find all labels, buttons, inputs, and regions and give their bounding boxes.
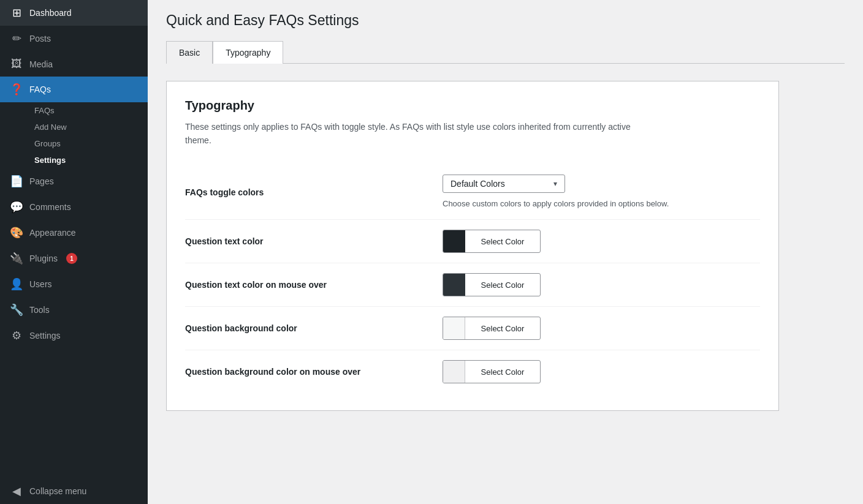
row-question-bg-color: Question background color Select Color bbox=[185, 307, 760, 350]
sidebar-item-pages[interactable]: 📄 Pages bbox=[0, 168, 148, 194]
sidebar-item-media[interactable]: 🖼 Media bbox=[0, 51, 148, 77]
sidebar-item-label: Pages bbox=[29, 176, 54, 186]
sidebar-item-label: Collapse menu bbox=[29, 486, 86, 496]
settings-icon: ⚙ bbox=[10, 329, 23, 342]
label-question-bg-hover-color: Question background color on mouse over bbox=[185, 367, 418, 377]
sidebar-item-label: Appearance bbox=[29, 228, 76, 238]
chevron-down-icon: ▾ bbox=[553, 179, 557, 188]
section-description: These settings only applies to FAQs with… bbox=[185, 120, 651, 148]
faqs-submenu: FAQs Add New Groups Settings bbox=[0, 102, 148, 168]
row-question-text-color: Question text color Select Color bbox=[185, 220, 760, 263]
sidebar: ⊞ Dashboard ✏ Posts 🖼 Media ❓ FAQs FAQs … bbox=[0, 0, 148, 504]
dropdown-value: Default Colors bbox=[451, 179, 505, 189]
question-text-hover-color-swatch bbox=[443, 274, 465, 296]
sidebar-item-label: Dashboard bbox=[29, 8, 72, 18]
page-title: Quick and Easy FAQs Settings bbox=[166, 12, 845, 29]
sidebar-sub-faqs[interactable]: FAQs bbox=[29, 102, 148, 119]
control-question-bg-hover-color: Select Color bbox=[443, 360, 760, 383]
question-bg-hover-color-swatch bbox=[443, 361, 465, 383]
tab-typography[interactable]: Typography bbox=[213, 41, 283, 64]
row-question-text-hover-color: Question text color on mouse over Select… bbox=[185, 263, 760, 307]
sidebar-item-label: FAQs bbox=[29, 85, 51, 94]
sidebar-item-collapse[interactable]: ◀ Collapse menu bbox=[0, 478, 148, 504]
sidebar-item-settings[interactable]: ⚙ Settings bbox=[0, 323, 148, 348]
media-icon: 🖼 bbox=[10, 58, 23, 70]
sidebar-item-dashboard[interactable]: ⊞ Dashboard bbox=[0, 0, 148, 26]
settings-content: Typography These settings only applies t… bbox=[166, 81, 779, 411]
sidebar-sub-add-new[interactable]: Add New bbox=[29, 119, 148, 135]
question-bg-hover-color-label: Select Color bbox=[465, 367, 540, 377]
sidebar-item-tools[interactable]: 🔧 Tools bbox=[0, 297, 148, 323]
sidebar-item-label: Users bbox=[29, 279, 52, 289]
tab-basic[interactable]: Basic bbox=[166, 41, 213, 64]
sidebar-item-comments[interactable]: 💬 Comments bbox=[0, 194, 148, 220]
question-text-hover-color-button[interactable]: Select Color bbox=[443, 273, 541, 296]
control-question-text-hover-color: Select Color bbox=[443, 273, 760, 296]
sidebar-item-label: Posts bbox=[29, 34, 51, 43]
sidebar-sub-settings[interactable]: Settings bbox=[29, 152, 148, 168]
plugins-icon: 🔌 bbox=[10, 252, 23, 265]
row-toggle-colors: FAQs toggle colors Default Colors ▾ Choo… bbox=[185, 165, 760, 220]
sidebar-item-label: Comments bbox=[29, 202, 71, 212]
posts-icon: ✏ bbox=[10, 32, 23, 45]
toggle-colors-dropdown[interactable]: Default Colors ▾ bbox=[443, 175, 565, 193]
label-toggle-colors: FAQs toggle colors bbox=[185, 187, 418, 197]
sidebar-item-users[interactable]: 👤 Users bbox=[0, 271, 148, 297]
question-text-hover-color-label: Select Color bbox=[465, 280, 540, 290]
control-toggle-colors: Default Colors ▾ Choose custom colors to… bbox=[443, 175, 760, 210]
question-text-color-label: Select Color bbox=[465, 237, 540, 246]
question-bg-color-swatch bbox=[443, 317, 465, 339]
label-question-bg-color: Question background color bbox=[185, 323, 418, 333]
dropdown-hint: Choose custom colors to apply colors pro… bbox=[443, 198, 737, 210]
sidebar-item-label: Settings bbox=[29, 331, 61, 340]
dashboard-icon: ⊞ bbox=[10, 6, 23, 20]
tab-bar: Basic Typography bbox=[166, 41, 845, 64]
users-icon: 👤 bbox=[10, 277, 23, 291]
sidebar-item-appearance[interactable]: 🎨 Appearance bbox=[0, 220, 148, 246]
pages-icon: 📄 bbox=[10, 175, 23, 188]
sidebar-item-faqs[interactable]: ❓ FAQs bbox=[0, 77, 148, 102]
label-question-text-color: Question text color bbox=[185, 236, 418, 246]
appearance-icon: 🎨 bbox=[10, 226, 23, 239]
sidebar-item-label: Plugins bbox=[29, 254, 58, 263]
collapse-icon: ◀ bbox=[10, 484, 23, 498]
sidebar-sub-groups[interactable]: Groups bbox=[29, 135, 148, 152]
tools-icon: 🔧 bbox=[10, 303, 23, 317]
control-question-bg-color: Select Color bbox=[443, 317, 760, 340]
main-content: Quick and Easy FAQs Settings Basic Typog… bbox=[148, 0, 863, 504]
question-text-color-button[interactable]: Select Color bbox=[443, 230, 541, 253]
faqs-icon: ❓ bbox=[10, 83, 23, 96]
section-title: Typography bbox=[185, 99, 760, 113]
sidebar-item-label: Tools bbox=[29, 305, 50, 315]
plugins-badge: 1 bbox=[66, 253, 77, 264]
sidebar-item-label: Media bbox=[29, 59, 53, 69]
sidebar-item-plugins[interactable]: 🔌 Plugins 1 bbox=[0, 246, 148, 271]
question-bg-hover-color-button[interactable]: Select Color bbox=[443, 360, 541, 383]
label-question-text-hover-color: Question text color on mouse over bbox=[185, 280, 418, 290]
comments-icon: 💬 bbox=[10, 200, 23, 214]
row-question-bg-hover-color: Question background color on mouse over … bbox=[185, 350, 760, 393]
question-bg-color-button[interactable]: Select Color bbox=[443, 317, 541, 340]
question-text-color-swatch bbox=[443, 230, 465, 252]
sidebar-item-posts[interactable]: ✏ Posts bbox=[0, 26, 148, 51]
control-question-text-color: Select Color bbox=[443, 230, 760, 253]
question-bg-color-label: Select Color bbox=[465, 324, 540, 333]
